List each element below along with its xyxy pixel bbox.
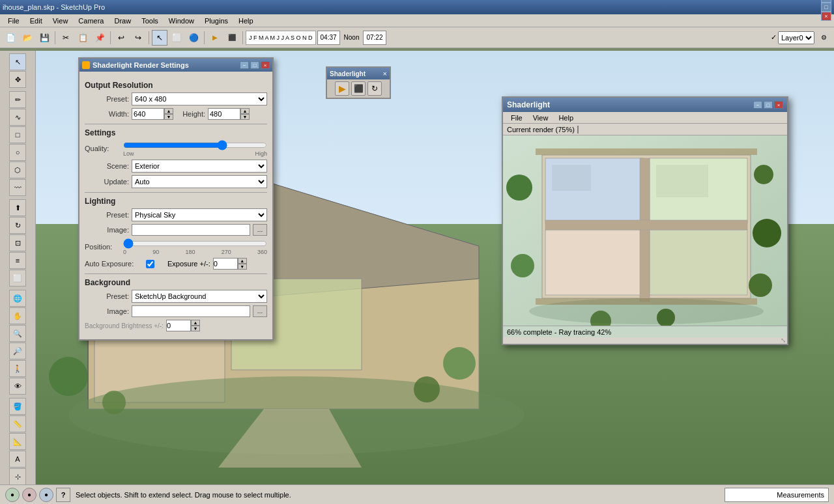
exposure-input[interactable] xyxy=(213,258,238,270)
select-tool[interactable]: ↖ xyxy=(9,53,26,70)
sl-stop-btn[interactable]: ⬛ xyxy=(351,81,366,96)
bg-brightness-up[interactable]: ▲ xyxy=(191,320,200,326)
layer-settings-btn[interactable]: ⚙ xyxy=(816,30,831,46)
status-icon1[interactable]: ● xyxy=(5,488,20,502)
freehand-tool[interactable]: 〰 xyxy=(9,179,26,196)
open-btn[interactable]: 📂 xyxy=(20,30,35,46)
height-input[interactable] xyxy=(208,108,240,120)
text-tool[interactable]: A xyxy=(9,451,26,468)
sl-render-btn[interactable]: ▶ xyxy=(335,81,349,96)
height-up[interactable]: ▲ xyxy=(240,108,250,114)
shaderlight-btn2[interactable]: ⬛ xyxy=(224,30,240,46)
menu-view[interactable]: View xyxy=(48,16,74,26)
new-btn[interactable]: 📄 xyxy=(3,30,18,46)
sl-refresh-btn[interactable]: ↻ xyxy=(367,81,382,96)
menu-window[interactable]: Window xyxy=(164,16,199,26)
menu-file[interactable]: File xyxy=(3,16,25,26)
lighting-image-input[interactable] xyxy=(132,224,250,236)
preset-select[interactable]: 640 x 480 800 x 600 1024 x 768 1280 x 72… xyxy=(132,92,267,105)
rw-menu-file[interactable]: File xyxy=(506,113,528,122)
menu-edit[interactable]: Edit xyxy=(25,16,48,26)
menu-help[interactable]: Help xyxy=(233,16,259,26)
polygon-tool[interactable]: ⬡ xyxy=(9,161,26,178)
offset-tool[interactable]: ⬜ xyxy=(9,270,26,287)
dialog-maximize[interactable]: □ xyxy=(250,61,259,69)
maximize-btn[interactable]: □ xyxy=(821,3,831,12)
bg-brightness-input[interactable] xyxy=(166,320,191,331)
menu-plugins[interactable]: Plugins xyxy=(199,16,233,26)
undo-btn[interactable]: ↩ xyxy=(113,30,129,46)
height-down[interactable]: ▼ xyxy=(240,114,250,120)
cut-btn[interactable]: ✂ xyxy=(58,30,74,46)
height-spinner[interactable]: ▲ ▼ xyxy=(240,108,250,120)
walk-tool[interactable]: 🚶 xyxy=(9,360,26,377)
rect-tool[interactable]: □ xyxy=(9,126,26,143)
rw-minimize[interactable]: − xyxy=(753,101,762,109)
bg-brightness-spinner[interactable]: ▲ ▼ xyxy=(191,320,200,331)
rw-menu-view[interactable]: View xyxy=(528,113,554,122)
bg-preset-select[interactable]: SketchUp Background Physical Sky Custom … xyxy=(132,290,267,303)
render-resize-handle[interactable]: ⤡ xyxy=(503,337,787,344)
select-btn[interactable]: ↖ xyxy=(152,30,167,46)
circle-tool[interactable]: ○ xyxy=(9,144,26,161)
rw-menu-help[interactable]: Help xyxy=(553,113,579,122)
zoom-tool[interactable]: 🔍 xyxy=(9,325,26,342)
exposure-up[interactable]: ▲ xyxy=(238,258,247,264)
tape-tool[interactable]: 📐 xyxy=(9,433,26,450)
menu-camera[interactable]: Camera xyxy=(73,16,109,26)
paint-bucket-tool[interactable]: 🪣 xyxy=(9,398,26,415)
redo-btn[interactable]: ↪ xyxy=(130,30,146,46)
orbit-tool[interactable]: 🌐 xyxy=(9,290,26,307)
scale-tool[interactable]: ⊡ xyxy=(9,234,26,251)
rw-maximize[interactable]: □ xyxy=(764,101,773,109)
bg-brightness-down[interactable]: ▼ xyxy=(191,326,200,331)
auto-exposure-checkbox[interactable] xyxy=(146,260,154,268)
render-window-controls[interactable]: − □ × xyxy=(753,101,783,109)
close-btn[interactable]: × xyxy=(821,12,831,21)
width-input[interactable] xyxy=(132,108,164,120)
shaderlight-toolbar-titlebar[interactable]: Shaderlight × xyxy=(327,68,390,79)
status-icon3[interactable]: ● xyxy=(39,488,53,502)
save-btn[interactable]: 💾 xyxy=(36,30,52,46)
window-controls[interactable]: − □ × xyxy=(821,0,831,21)
bg-image-input[interactable] xyxy=(132,305,250,317)
scene-select[interactable]: Exterior Interior Custom xyxy=(132,160,267,173)
axes-tool[interactable]: ⊹ xyxy=(9,468,26,485)
width-down[interactable]: ▼ xyxy=(164,114,173,120)
dialog-controls[interactable]: − □ × xyxy=(240,61,270,69)
menu-tools[interactable]: Tools xyxy=(136,16,164,26)
pencil-tool[interactable]: ✏ xyxy=(9,91,26,108)
bg-image-browse[interactable]: … xyxy=(253,305,267,317)
shaderlight-toolbar-close[interactable]: × xyxy=(383,70,387,77)
exposure-down[interactable]: ▼ xyxy=(238,264,247,270)
follow-me-tool[interactable]: ≡ xyxy=(9,252,26,269)
rw-close[interactable]: × xyxy=(774,101,783,109)
measure-tool[interactable]: 📏 xyxy=(9,415,26,432)
width-spinner[interactable]: ▲ ▼ xyxy=(164,108,173,120)
menu-draw[interactable]: Draw xyxy=(109,16,136,26)
status-icon2[interactable]: ● xyxy=(22,488,36,502)
width-up[interactable]: ▲ xyxy=(164,108,173,114)
look-around-tool[interactable]: 👁 xyxy=(9,378,26,395)
shaderlight-btn1[interactable]: ▶ xyxy=(207,30,223,46)
move-tool[interactable]: ✥ xyxy=(9,71,26,88)
push-pull-tool[interactable]: ⬆ xyxy=(9,199,26,216)
quality-slider[interactable] xyxy=(123,140,267,150)
erase-btn[interactable]: ⬜ xyxy=(169,30,184,46)
paste-btn[interactable]: 📌 xyxy=(92,30,108,46)
arc-tool[interactable]: ∿ xyxy=(9,109,26,126)
dialog-minimize[interactable]: − xyxy=(240,61,249,69)
render-window-titlebar[interactable]: Shaderlight − □ × xyxy=(503,98,787,112)
help-icon[interactable]: ? xyxy=(56,488,70,502)
pan-tool[interactable]: ✋ xyxy=(9,307,26,324)
rotate-tool[interactable]: ↻ xyxy=(9,217,26,234)
zoom-extents-tool[interactable]: 🔎 xyxy=(9,343,26,359)
paint-btn[interactable]: 🔵 xyxy=(186,30,201,46)
layer-select[interactable]: Layer0 xyxy=(778,31,814,44)
lighting-image-browse[interactable]: … xyxy=(253,224,267,236)
render-settings-titlebar[interactable]: Shaderlight Render Settings − □ × xyxy=(79,59,272,72)
exposure-spinner[interactable]: ▲ ▼ xyxy=(238,258,247,270)
lighting-preset-select[interactable]: Physical Sky Artificial Mixed Custom xyxy=(132,208,267,221)
dialog-close[interactable]: × xyxy=(261,61,270,69)
position-slider[interactable] xyxy=(123,238,267,249)
